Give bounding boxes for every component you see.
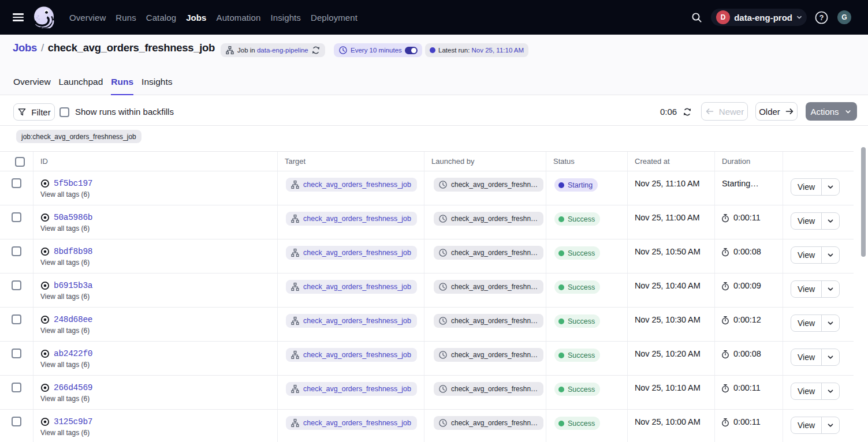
svg-text:?: ? [819, 14, 824, 22]
